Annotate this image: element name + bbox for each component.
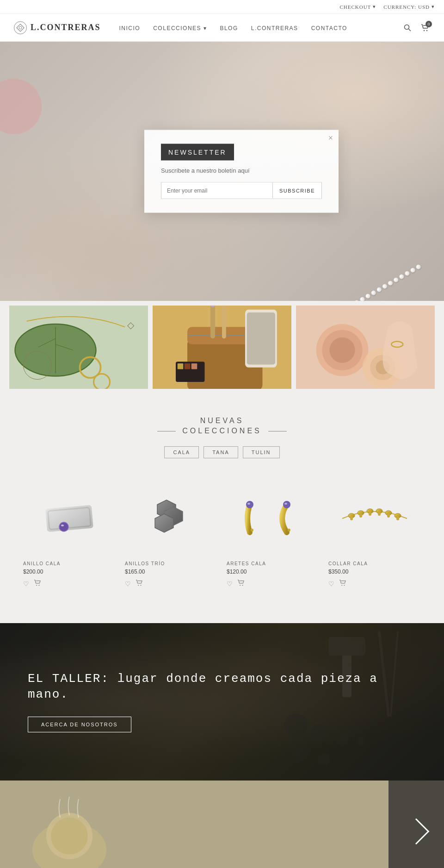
svg-point-68 bbox=[341, 585, 342, 586]
svg-rect-24 bbox=[185, 363, 191, 369]
product-image-collar-cala bbox=[328, 481, 421, 556]
cart-add-icon-3[interactable] bbox=[339, 580, 346, 588]
newsletter-subscribe-button[interactable]: SUBSCRIBE bbox=[272, 183, 321, 199]
svg-rect-62 bbox=[350, 516, 353, 520]
product-card-anillo-cala: ANILLO CALA $200.00 ♡ bbox=[18, 477, 120, 595]
product-image-aretes-cala bbox=[227, 481, 319, 556]
logo[interactable]: L.CONTRERAS bbox=[14, 21, 101, 34]
nav-item-blog[interactable]: BLOG bbox=[220, 25, 238, 31]
svg-line-3 bbox=[409, 29, 411, 31]
product-actions-3: ♡ bbox=[328, 580, 421, 588]
svg-point-52 bbox=[251, 529, 253, 531]
svg-rect-66 bbox=[387, 513, 390, 518]
taller-section: EL TALLER: lugar donde creamos cada piez… bbox=[0, 623, 444, 781]
svg-point-31 bbox=[330, 337, 355, 363]
product-actions-0: ♡ bbox=[23, 580, 116, 588]
bottom-next-button[interactable] bbox=[388, 781, 444, 868]
svg-point-1 bbox=[19, 26, 22, 29]
main-nav: L.CONTRERAS INICIO COLECCIONES ▾ BLOG L.… bbox=[0, 14, 444, 42]
currency-label: CURRENCY: USD bbox=[383, 4, 430, 10]
logo-icon bbox=[14, 21, 27, 34]
wishlist-icon-0[interactable]: ♡ bbox=[23, 580, 29, 588]
newsletter-close-button[interactable]: × bbox=[328, 134, 333, 142]
checkout-label: CHECKOUT bbox=[339, 4, 371, 10]
svg-rect-37 bbox=[45, 505, 93, 532]
bottom-section bbox=[0, 781, 444, 868]
product-price-0: $200.00 bbox=[23, 568, 116, 575]
newsletter-email-input[interactable] bbox=[161, 183, 272, 199]
wishlist-icon-1[interactable]: ♡ bbox=[125, 580, 131, 588]
svg-rect-71 bbox=[328, 637, 365, 656]
product-price-3: $350.00 bbox=[328, 568, 421, 575]
product-name-2: ARETES CALA bbox=[227, 561, 319, 566]
colecciones-dropdown-icon: ▾ bbox=[204, 25, 207, 31]
svg-rect-20 bbox=[222, 306, 226, 338]
product-card-collar-cala: COLLAR CALA $350.00 ♡ bbox=[324, 477, 426, 595]
checkout-link[interactable]: CHECKOUT ▾ bbox=[339, 4, 376, 10]
svg-rect-23 bbox=[178, 363, 184, 369]
product-image-anillos-trio bbox=[125, 481, 217, 556]
nav-item-inicio[interactable]: INICIO bbox=[119, 25, 141, 31]
product-price-1: $165.00 bbox=[125, 568, 217, 575]
product-card-anillos-trio: ANILLOS TRÍO $165.00 ♡ bbox=[120, 477, 222, 595]
taller-content: EL TALLER: lugar donde creamos cada piez… bbox=[28, 671, 416, 732]
tab-tulin[interactable]: TULIN bbox=[243, 446, 280, 458]
hero-section: × NEWSLETTER Suscríbete a nuestro boletí… bbox=[0, 42, 444, 301]
collection-tabs: CALA TANA TULIN bbox=[9, 446, 435, 458]
tab-tana[interactable]: TANA bbox=[204, 446, 238, 458]
svg-point-48 bbox=[246, 501, 253, 508]
nav-right: 0 bbox=[402, 23, 430, 33]
bottom-image-left bbox=[0, 781, 388, 868]
svg-point-50 bbox=[283, 501, 290, 508]
products-grid: ANILLO CALA $200.00 ♡ bbox=[9, 477, 435, 595]
currency-selector[interactable]: CURRENCY: USD ▾ bbox=[383, 4, 435, 10]
nav-links: INICIO COLECCIONES ▾ BLOG L.CONTRERAS CO… bbox=[119, 24, 402, 32]
cart-icon[interactable]: 0 bbox=[420, 23, 430, 33]
svg-point-75 bbox=[356, 737, 365, 746]
svg-point-49 bbox=[247, 503, 250, 505]
svg-point-40 bbox=[61, 525, 64, 526]
cart-add-icon-1[interactable] bbox=[136, 580, 143, 588]
product-price-2: $120.00 bbox=[227, 568, 319, 575]
svg-rect-64 bbox=[369, 511, 371, 516]
svg-rect-65 bbox=[378, 511, 381, 516]
newsletter-modal: × NEWSLETTER Suscríbete a nuestro boletí… bbox=[144, 130, 339, 213]
top-bar: CHECKOUT ▾ CURRENCY: USD ▾ bbox=[0, 0, 444, 14]
taller-title: EL TALLER: lugar donde creamos cada piez… bbox=[28, 671, 416, 703]
nav-item-contacto[interactable]: CONTACTO bbox=[311, 25, 347, 31]
svg-rect-67 bbox=[396, 516, 399, 520]
currency-arrow: ▾ bbox=[432, 4, 435, 10]
svg-point-55 bbox=[242, 585, 243, 586]
cart-add-icon-0[interactable] bbox=[34, 580, 41, 588]
product-name-1: ANILLOS TRÍO bbox=[125, 561, 217, 566]
photo-item-roses bbox=[296, 306, 435, 389]
tab-cala[interactable]: CALA bbox=[164, 446, 199, 458]
cart-badge: 0 bbox=[426, 21, 432, 27]
newsletter-subtitle: Suscríbete a nuestro boletín aquí bbox=[161, 167, 322, 174]
svg-point-74 bbox=[335, 732, 349, 746]
right-arrow-icon bbox=[403, 818, 430, 845]
svg-point-83 bbox=[51, 818, 88, 855]
svg-rect-18 bbox=[210, 306, 215, 338]
product-actions-2: ♡ bbox=[227, 580, 319, 588]
search-icon[interactable] bbox=[402, 23, 413, 33]
product-actions-1: ♡ bbox=[125, 580, 217, 588]
svg-point-2 bbox=[405, 25, 409, 29]
svg-point-47 bbox=[140, 585, 141, 586]
svg-point-5 bbox=[426, 30, 427, 31]
taller-about-button[interactable]: ACERCA DE NOSOTROS bbox=[28, 717, 131, 732]
wishlist-icon-3[interactable]: ♡ bbox=[328, 580, 334, 588]
logo-text: L.CONTRERAS bbox=[31, 23, 101, 32]
svg-point-53 bbox=[288, 529, 290, 531]
nav-item-lcontreras[interactable]: L.CONTRERAS bbox=[251, 25, 298, 31]
cart-add-icon-2[interactable] bbox=[237, 580, 245, 588]
wishlist-icon-2[interactable]: ♡ bbox=[227, 580, 233, 588]
product-name-0: ANILLO CALA bbox=[23, 561, 116, 566]
svg-point-76 bbox=[292, 744, 309, 761]
product-card-aretes-cala: ARETES CALA $120.00 ♡ bbox=[222, 477, 324, 595]
svg-rect-63 bbox=[359, 513, 362, 518]
svg-point-77 bbox=[317, 753, 330, 766]
newsletter-title: NEWSLETTER bbox=[161, 144, 234, 161]
section-title-line2: COLECCIONES bbox=[9, 427, 435, 435]
nav-item-colecciones[interactable]: COLECCIONES ▾ bbox=[153, 25, 207, 31]
